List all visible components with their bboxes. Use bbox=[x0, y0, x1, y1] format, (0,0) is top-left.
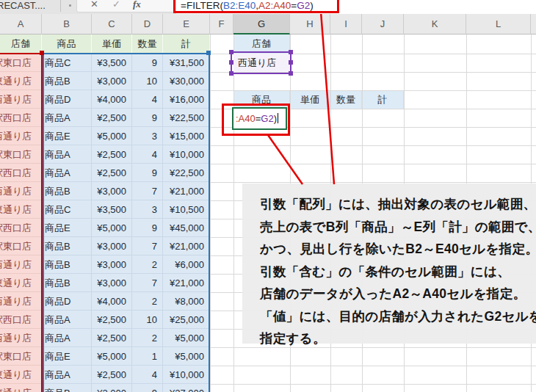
cell-A14[interactable]: 東通り店 bbox=[0, 274, 42, 292]
selection-handle[interactable] bbox=[229, 71, 233, 76]
cell-A9[interactable]: 西通り店 bbox=[0, 182, 42, 200]
cell-C9[interactable]: ¥3,000 bbox=[92, 182, 132, 200]
cell-A17[interactable]: 西通り店 bbox=[0, 329, 42, 347]
cell-C11[interactable]: ¥5,000 bbox=[92, 219, 132, 237]
column-header-I[interactable]: I bbox=[330, 14, 362, 35]
cell-C14[interactable]: ¥3,000 bbox=[92, 274, 132, 292]
cell-C13[interactable]: ¥3,000 bbox=[92, 255, 132, 274]
cell-E13[interactable]: ¥6,000 bbox=[163, 255, 210, 274]
cell-D3[interactable]: 10 bbox=[132, 72, 163, 90]
cell-E8[interactable]: ¥22,500 bbox=[163, 164, 210, 182]
cell-B17[interactable]: 商品A bbox=[42, 329, 92, 347]
cell-E12[interactable]: ¥21,000 bbox=[163, 237, 210, 255]
cell-C18[interactable]: ¥5,000 bbox=[92, 347, 132, 366]
column-header-C[interactable]: C bbox=[92, 14, 132, 35]
cell-C10[interactable]: ¥3,500 bbox=[92, 200, 132, 219]
selection-handle[interactable] bbox=[229, 60, 233, 65]
insert-function-icon[interactable]: fx bbox=[133, 0, 141, 12]
cell-A6[interactable]: 西通り店 bbox=[0, 127, 42, 145]
cell-A20[interactable]: 東通り店 bbox=[0, 384, 42, 392]
column-header-L[interactable]: L bbox=[466, 14, 531, 35]
cell-B7[interactable]: 商品A bbox=[42, 145, 92, 164]
cell-D6[interactable]: 3 bbox=[132, 127, 163, 145]
cell-E10[interactable]: ¥10,500 bbox=[163, 200, 210, 219]
cell-B13[interactable]: 商品B bbox=[42, 255, 92, 274]
column-header-H[interactable]: H bbox=[290, 14, 330, 35]
cell-E2[interactable]: ¥31,500 bbox=[163, 54, 210, 72]
enter-icon[interactable]: ✓ bbox=[112, 0, 120, 12]
cell-D15[interactable]: 2 bbox=[132, 292, 163, 311]
cell-C8[interactable]: ¥2,500 bbox=[92, 164, 132, 182]
column-header-K[interactable]: K bbox=[404, 14, 466, 35]
cell-D2[interactable]: 9 bbox=[132, 54, 163, 72]
cell-C15[interactable]: ¥4,000 bbox=[92, 292, 132, 311]
cell-E4[interactable]: ¥16,000 bbox=[163, 90, 210, 109]
cell-A18[interactable]: 駅東口店 bbox=[0, 347, 42, 366]
cell-B10[interactable]: 商品C bbox=[42, 200, 92, 219]
cell-D13[interactable]: 2 bbox=[132, 255, 163, 274]
sales-header-商品[interactable]: 商品 bbox=[42, 35, 92, 54]
cell-B2[interactable]: 商品C bbox=[42, 54, 92, 72]
cell-E15[interactable]: ¥8,000 bbox=[163, 292, 210, 311]
cell-E20[interactable]: ¥27,000 bbox=[163, 384, 210, 392]
selection-handle[interactable] bbox=[229, 50, 233, 54]
blue-range-handle[interactable] bbox=[206, 51, 211, 55]
sales-header-数量[interactable]: 数量 bbox=[132, 35, 163, 54]
cell-D18[interactable]: 1 bbox=[132, 347, 163, 366]
cell-A11[interactable]: 駅西口店 bbox=[0, 219, 42, 237]
cell-A3[interactable]: 東通り店 bbox=[0, 72, 42, 90]
cell-C7[interactable]: ¥2,500 bbox=[92, 145, 132, 164]
cell-E14[interactable]: ¥21,000 bbox=[163, 274, 210, 292]
cell-A13[interactable]: 西通り店 bbox=[0, 255, 42, 274]
sales-header-店舗[interactable]: 店舗 bbox=[0, 35, 42, 54]
cell-D14[interactable]: 7 bbox=[132, 274, 163, 292]
cell-C5[interactable]: ¥2,500 bbox=[92, 109, 132, 127]
cell-D10[interactable]: 3 bbox=[132, 200, 163, 219]
cell-B4[interactable]: 商品D bbox=[42, 90, 92, 109]
selection-handle[interactable] bbox=[289, 60, 293, 65]
cell-D19[interactable]: 4 bbox=[132, 366, 163, 384]
cell-D9[interactable]: 7 bbox=[132, 182, 163, 200]
cell-B15[interactable]: 商品D bbox=[42, 292, 92, 311]
selection-handle[interactable] bbox=[289, 50, 293, 54]
cell-B11[interactable]: 商品E bbox=[42, 219, 92, 237]
column-header-G[interactable]: G bbox=[233, 14, 290, 35]
cell-C19[interactable]: ¥2,500 bbox=[92, 366, 132, 384]
column-header-F[interactable]: F bbox=[210, 14, 233, 35]
cell-E11[interactable]: ¥45,000 bbox=[163, 219, 210, 237]
selection-handle[interactable] bbox=[289, 71, 293, 76]
cell-B9[interactable]: 商品B bbox=[42, 182, 92, 200]
cell-B6[interactable]: 商品E bbox=[42, 127, 92, 145]
cell-A16[interactable]: 駅西口店 bbox=[0, 311, 42, 329]
column-header-E[interactable]: E bbox=[163, 14, 210, 35]
red-range-handle[interactable] bbox=[40, 51, 44, 55]
cell-C17[interactable]: ¥2,500 bbox=[92, 329, 132, 347]
cell-A5[interactable]: 駅西口店 bbox=[0, 109, 42, 127]
cell-B3[interactable]: 商品B bbox=[42, 72, 92, 90]
cell-A4[interactable]: 西通り店 bbox=[0, 90, 42, 109]
cell-E19[interactable]: ¥10,000 bbox=[163, 366, 210, 384]
cell-D20[interactable]: 9 bbox=[132, 384, 163, 392]
cancel-icon[interactable]: ✕ bbox=[90, 0, 98, 12]
cell-A7[interactable]: 駅東口店 bbox=[0, 145, 42, 164]
cell-C2[interactable]: ¥3,500 bbox=[92, 54, 132, 72]
cell-B16[interactable]: 商品A bbox=[42, 311, 92, 329]
cell-B14[interactable]: 商品B bbox=[42, 274, 92, 292]
cell-A12[interactable]: 駅東口店 bbox=[0, 237, 42, 255]
cell-A8[interactable]: 駅西口店 bbox=[0, 164, 42, 182]
cell-B18[interactable]: 商品E bbox=[42, 347, 92, 366]
cell-E6[interactable]: ¥15,000 bbox=[163, 127, 210, 145]
cell-C4[interactable]: ¥4,000 bbox=[92, 90, 132, 109]
cell-B12[interactable]: 商品B bbox=[42, 237, 92, 255]
cell-D4[interactable]: 4 bbox=[132, 90, 163, 109]
cell-E9[interactable]: ¥21,000 bbox=[163, 182, 210, 200]
cell-D8[interactable]: 9 bbox=[132, 164, 163, 182]
column-header-J[interactable]: J bbox=[362, 14, 404, 35]
cell-D11[interactable]: 9 bbox=[132, 219, 163, 237]
cell-D16[interactable]: 10 bbox=[132, 311, 163, 329]
cell-B19[interactable]: 商品A bbox=[42, 366, 92, 384]
cell-D12[interactable]: 7 bbox=[132, 237, 163, 255]
cell-B8[interactable]: 商品A bbox=[42, 164, 92, 182]
cell-D7[interactable]: 4 bbox=[132, 145, 163, 164]
cell-C6[interactable]: ¥5,000 bbox=[92, 127, 132, 145]
